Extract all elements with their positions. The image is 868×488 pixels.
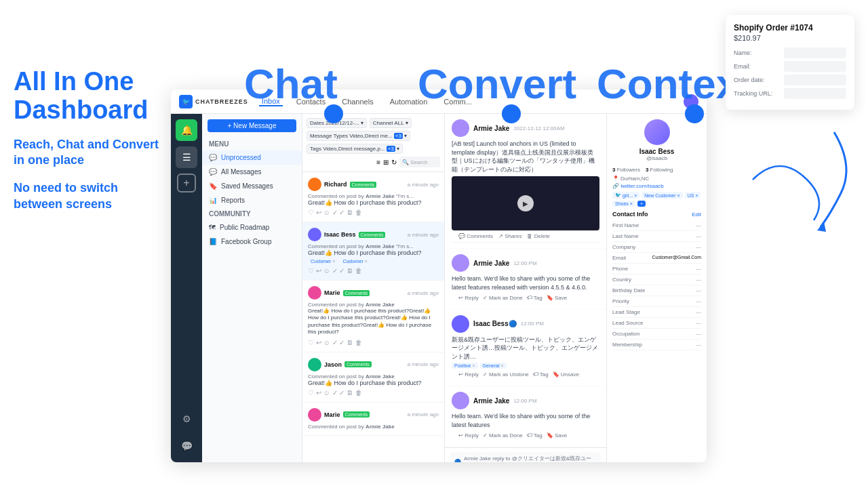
save-btn-2[interactable]: 🔖 Save (547, 295, 567, 301)
sidebar-icon-menu[interactable]: ☰ (176, 146, 197, 168)
mark-done-btn-4[interactable]: ✓ Mark as Done (483, 432, 523, 439)
menu-item-label: Facebook Group (221, 238, 272, 245)
menu-item-reports[interactable]: 📊 Reports (202, 193, 302, 207)
menu-item-public-roadmap[interactable]: 🗺 Public Roadmap (202, 220, 302, 235)
left-panel: + New Message Menu 💬 Unprocessed 💬 All M… (202, 114, 302, 462)
ctx-link[interactable]: 🔗 twitter.com/isaacb (612, 183, 701, 189)
tags-label: Tags (310, 146, 321, 152)
chat-video[interactable]: ▶ (452, 176, 599, 230)
msg-time-marie2: a minute ago (408, 411, 439, 418)
msg-avatar-jason (308, 358, 321, 371)
unsave-btn-3[interactable]: 🔖 Unsave (553, 371, 579, 378)
sidebar-icon-settings[interactable]: ⚙ (176, 408, 197, 430)
chat-text-1: [AB test] Launch tool anchors in US (lim… (452, 140, 599, 174)
play-button[interactable]: ▶ (517, 195, 534, 211)
mark-done-btn-2[interactable]: ✓ Mark as Done (483, 295, 523, 301)
save-btn-4[interactable]: 🔖 Save (547, 432, 567, 439)
action-delete[interactable]: 🗑 Delete (527, 233, 549, 239)
sidebar-icon-chat[interactable]: 💬 (176, 435, 197, 457)
mark-undone-btn-3[interactable]: ✓ Mark as Undone (483, 371, 529, 378)
context-panel: Isaac Bess @isaacb 3 Followers 3 Followi… (606, 114, 707, 462)
contact-field: Membership— (612, 340, 701, 350)
shopify-email-input[interactable] (784, 61, 846, 72)
menu-item-unprocessed[interactable]: 💬 Unprocessed (202, 150, 302, 165)
shopify-tracking-input[interactable] (784, 88, 846, 99)
msg-content-jason: Great!👍 How do I purchase this product? (308, 380, 439, 386)
facebook-icon: 📘 (209, 238, 217, 245)
tags-value: Video,Direct message,p... (323, 146, 384, 152)
sidebar-icon-bell[interactable]: 🔔 (176, 119, 197, 141)
shopify-title: Shopify Order #1074 (734, 23, 846, 33)
nav-channels[interactable]: Channels (339, 98, 376, 106)
msg-header-richard: Richard Comments a minute ago (308, 178, 439, 191)
menu-section-menu: Menu (202, 138, 302, 150)
contact-field: Birthday Date— (612, 285, 701, 296)
msg-name-jason: Jason (324, 361, 342, 368)
ctx-tag-shoes: Shoes × (612, 201, 635, 207)
msg-icons-marie1: ♡ ↩ ☺ ✓ ✓ 🗎 🗑 (308, 339, 439, 346)
chat-msg-1: Armie Jake 2022-12-12 12:00AM [AB test] … (445, 114, 606, 249)
ctx-edit-button[interactable]: Edit (692, 211, 701, 218)
chat-msg-1-header: Armie Jake 2022-12-12 12:00AM (452, 119, 599, 137)
tag-btn-2[interactable]: 🏷 Tag (527, 295, 542, 301)
sidebar-add-button[interactable]: + (177, 174, 196, 192)
ctx-following: 3 Following (646, 167, 673, 173)
ctx-contact-info-section: Contact Info Edit (612, 211, 701, 218)
msg-item-marie2[interactable]: Marie Comments a minute ago Commented on… (302, 403, 444, 436)
reply-btn-4[interactable]: ↩ Reply (458, 432, 479, 439)
ctx-stats: 3 Followers 3 Following (612, 167, 701, 173)
hero-section: All In One Dashboard Reach, Chat and Con… (14, 68, 163, 212)
reply-btn-3[interactable]: ↩ Reply (458, 371, 479, 378)
new-message-button[interactable]: + New Message (208, 119, 296, 132)
menu-item-label: Unprocessed (221, 154, 261, 161)
msg-sub-marie1: Commented on post by Armie Jake (308, 302, 439, 308)
msg-item-richard[interactable]: Richard Comments a minute ago Commented … (302, 172, 444, 222)
menu-item-saved[interactable]: 🔖 Saved Messages (202, 179, 302, 193)
filter-channel[interactable]: Channel ALL ▾ (370, 118, 412, 128)
shopify-field-email: Email: (734, 61, 846, 72)
msg-time-isaac: a minute ago (408, 232, 439, 238)
tag-btn-3[interactable]: 🏷 Tag (533, 371, 549, 378)
contact-field: Priority— (612, 296, 701, 307)
ctx-add-tag[interactable]: + (637, 201, 646, 207)
filter-row-2: Message Types Video,Direct me... +3 ▾ Ta… (307, 131, 440, 154)
action-shares[interactable]: ↗ Shares (498, 233, 522, 239)
msg-item-marie1[interactable]: Marie Comments a minute ago Commented on… (302, 281, 444, 352)
chat-time-1: 2022-12-12 12:00AM (513, 125, 564, 131)
shopify-name-input[interactable] (784, 47, 846, 58)
chat-reply-bar-2: ↩ Reply ✓ Mark as Done 🏷 Tag 🔖 Save (452, 292, 599, 304)
msg-content-richard: Great!👍 How do I purchase this product? (308, 199, 439, 206)
reply-btn-2[interactable]: ↩ Reply (458, 295, 479, 301)
search-input[interactable]: 🔍 Search (399, 157, 440, 167)
shopify-price: $210.97 (734, 34, 846, 42)
menu-item-all-messages[interactable]: 💬 All Messages (202, 165, 302, 179)
filter-tags[interactable]: Tags Video,Direct message,p... +3 ▾ (307, 144, 403, 154)
msg-badge-richard: Comments (350, 182, 377, 188)
msg-sub-marie2: Commented on post by Armie Jake (308, 424, 439, 430)
list-icon[interactable]: ≡ (376, 159, 380, 166)
msg-time-jason: a minute ago (408, 361, 439, 367)
chat-avatar-3 (452, 315, 469, 333)
msg-item-isaac[interactable]: Isaac Bess Comments a minute ago Comment… (302, 222, 444, 281)
channel-label: Channel (373, 120, 393, 126)
refresh-icon[interactable]: ↻ (391, 159, 397, 166)
filter-msg-types[interactable]: Message Types Video,Direct me... +3 ▾ (307, 131, 410, 141)
shopify-orderdate-input[interactable] (784, 75, 846, 85)
chat-avatar-1 (452, 119, 469, 137)
msg-name-isaac: Isaac Bess (324, 231, 356, 238)
grid-icon[interactable]: ⊞ (383, 159, 389, 166)
hero-subtitle: Reach, Chat and Convert in one place (14, 137, 163, 169)
msg-header-marie1: Marie Comments a minute ago (308, 286, 439, 300)
msg-item-jason[interactable]: Jason Comments a minute ago Commented on… (302, 352, 444, 403)
menu-item-facebook-group[interactable]: 📘 Facebook Group (202, 235, 302, 249)
tag-btn-4[interactable]: 🏷 Tag (527, 432, 542, 439)
msg-header-jason: Jason Comments a minute ago (308, 358, 439, 371)
chat-time-2: 12:00 PM (513, 260, 536, 266)
shopify-email-label: Email: (734, 63, 781, 70)
blue-dot-1 (324, 104, 343, 123)
tags-count: +3 (387, 146, 395, 152)
chat-avatar-2 (452, 254, 469, 272)
menu-item-label: Saved Messages (221, 182, 273, 190)
chat-msg-2-header: Armie Jake 12:00 PM (452, 254, 599, 272)
action-comments[interactable]: 💬 Comments (458, 233, 493, 239)
